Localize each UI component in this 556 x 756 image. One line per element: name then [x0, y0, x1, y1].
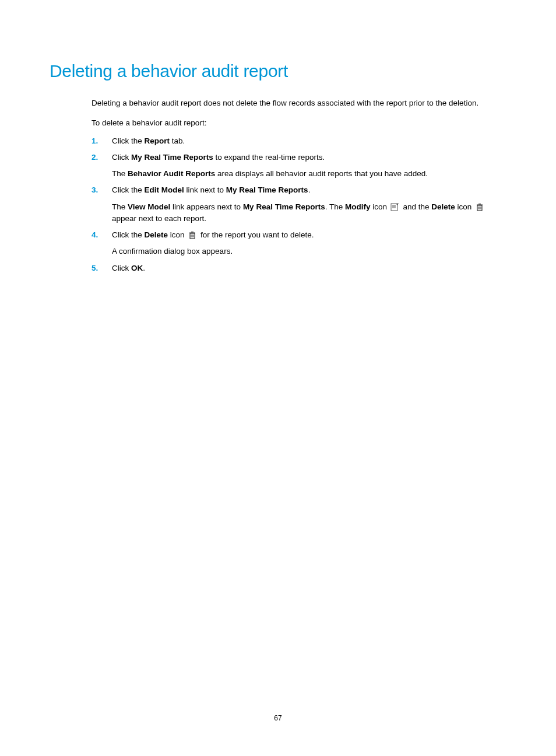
text: Click	[112, 153, 131, 162]
modify-icon	[390, 202, 400, 212]
step-3-line-1: Click the Edit Model link next to My Rea…	[112, 184, 506, 196]
bold-text: OK	[131, 264, 143, 272]
step-3-line-2: The View Model link appears next to My R…	[112, 201, 506, 225]
text: .	[143, 264, 145, 272]
step-2: Click My Real Time Reports to expand the…	[92, 152, 506, 180]
bold-text: Delete	[145, 230, 168, 239]
bold-text: Behavior Audit Reports	[128, 169, 215, 178]
text: Click the	[112, 136, 145, 145]
bold-text: My Real Time Reports	[243, 202, 325, 211]
bold-text: Edit Model	[145, 186, 184, 194]
page-number: 67	[0, 714, 556, 722]
bold-text: Report	[145, 136, 170, 145]
page-heading: Deleting a behavior audit report	[50, 61, 506, 81]
text: link next to	[184, 186, 226, 194]
text: .	[308, 186, 311, 194]
text: icon	[455, 202, 474, 211]
text: appear next to each report.	[112, 214, 206, 223]
delete-icon	[188, 230, 197, 240]
svg-rect-8	[477, 204, 483, 205]
text: to expand the real-time reports.	[213, 153, 325, 162]
step-4: Click the Delete icon for the report you…	[92, 229, 506, 258]
text: link appears next to	[170, 202, 243, 211]
svg-rect-9	[478, 204, 481, 205]
step-3: Click the Edit Model link next to My Rea…	[92, 184, 506, 225]
bold-text: My Real Time Reports	[131, 153, 213, 162]
text: icon	[168, 230, 186, 239]
step-2-line-2: The Behavior Audit Reports area displays…	[112, 168, 506, 180]
steps-list: Click the Report tab. Click My Real Time…	[92, 135, 506, 274]
bold-text: Modify	[345, 202, 371, 211]
intro-paragraph: Deleting a behavior audit report does no…	[92, 97, 506, 109]
svg-rect-0	[391, 204, 397, 211]
delete-icon	[475, 202, 484, 212]
step-2-line-1: Click My Real Time Reports to expand the…	[112, 152, 506, 163]
step-1-text: Click the Report tab.	[112, 135, 506, 147]
text: Click	[112, 264, 131, 272]
text: The	[112, 202, 128, 211]
step-5: Click OK.	[92, 262, 506, 274]
text: area displays all behavior audit reports…	[215, 169, 428, 178]
bold-text: View Model	[128, 202, 170, 211]
text: and the	[401, 202, 432, 211]
svg-rect-15	[191, 232, 193, 233]
text: Click the	[112, 230, 145, 239]
bold-text: Delete	[431, 202, 455, 211]
text: Click the	[112, 186, 145, 194]
text: icon	[370, 202, 389, 211]
step-4-line-1: Click the Delete icon for the report you…	[112, 229, 506, 241]
step-5-text: Click OK.	[112, 262, 506, 274]
step-1: Click the Report tab.	[92, 135, 506, 147]
step-4-line-2: A confirmation dialog box appears.	[112, 246, 506, 257]
text: . The	[325, 202, 345, 211]
text: for the report you want to delete.	[198, 230, 314, 239]
bold-text: My Real Time Reports	[226, 186, 308, 194]
text: The	[112, 169, 128, 178]
steps-intro: To delete a behavior audit report:	[92, 117, 506, 129]
svg-rect-14	[189, 233, 195, 234]
text: tab.	[170, 136, 185, 145]
content-area: Deleting a behavior audit report does no…	[92, 97, 506, 274]
